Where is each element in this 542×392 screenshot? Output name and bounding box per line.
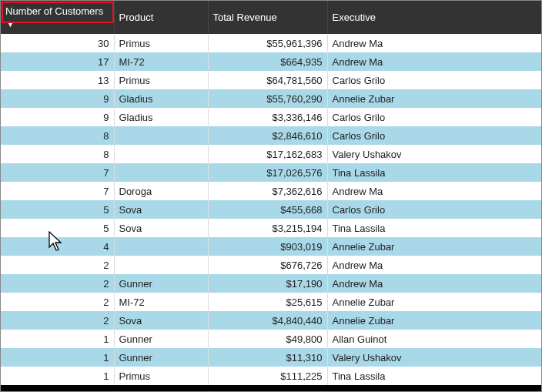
cell-product: Gladius (114, 108, 208, 126)
cell-executive: Andrew Ma (327, 182, 542, 200)
cell-product: Sova (114, 200, 208, 219)
cell-executive: Annelie Zubar (327, 293, 542, 311)
table-row[interactable]: 1Primus$111,225Tina Lassila (1, 367, 542, 385)
table-body: 30Primus$55,961,396Andrew Ma17MI-72$664,… (1, 34, 542, 385)
cell-customers: 1 (1, 367, 114, 385)
table-row[interactable]: 2Sova$4,840,440Annelie Zubar (1, 311, 542, 330)
table-row[interactable]: 1Gunner$11,310Valery Ushakov (1, 348, 542, 367)
cell-revenue: $11,310 (208, 348, 327, 367)
column-label: Total Revenue (213, 12, 277, 23)
cell-customers: 8 (1, 145, 114, 163)
cell-revenue: $49,800 (208, 330, 327, 348)
column-header-revenue[interactable]: Total Revenue (208, 1, 327, 34)
column-header-executive[interactable]: Executive (327, 1, 542, 34)
cell-revenue: $3,215,194 (208, 219, 327, 237)
cell-executive: Carlos Grilo (327, 108, 542, 126)
cell-executive: Andrew Ma (327, 52, 542, 71)
column-label: Product (119, 12, 154, 23)
table-row[interactable]: 7$17,026,576Tina Lassila (1, 163, 542, 182)
cell-customers: 5 (1, 200, 114, 219)
cell-product (114, 237, 208, 256)
cell-customers: 2 (1, 274, 114, 293)
cell-executive: Annelie Zubar (327, 237, 542, 256)
cell-executive: Annelie Zubar (327, 89, 542, 108)
cell-product: Gunner (114, 274, 208, 293)
cell-revenue: $676,726 (208, 256, 327, 274)
cell-customers: 2 (1, 311, 114, 330)
cell-revenue: $7,362,616 (208, 182, 327, 200)
cell-customers: 5 (1, 219, 114, 237)
cell-executive: Tina Lassila (327, 163, 542, 182)
table-row[interactable]: 9Gladius$3,336,146Carlos Grilo (1, 108, 542, 126)
cell-revenue: $3,336,146 (208, 108, 327, 126)
column-header-customers[interactable]: Number of Customers▼ (1, 1, 114, 34)
cell-executive: Carlos Grilo (327, 200, 542, 219)
data-table: Number of Customers▼ProductTotal Revenue… (1, 1, 542, 392)
table-row[interactable]: 2$676,726Andrew Ma (1, 256, 542, 274)
cell-product: Gladius (114, 89, 208, 108)
cell-product: Primus (114, 367, 208, 385)
cell-product: Gunner (114, 348, 208, 367)
table-row[interactable]: 1Gunner$49,800Allan Guinot (1, 330, 542, 348)
cell-product: Doroga (114, 182, 208, 200)
cell-customers: 1 (1, 330, 114, 348)
cell-customers: 2 (1, 256, 114, 274)
cell-customers: 9 (1, 108, 114, 126)
cell-revenue: $17,026,576 (208, 163, 327, 182)
cell-customers: 8 (1, 126, 114, 145)
cell-product: Sova (114, 311, 208, 330)
cell-customers: 2 (1, 293, 114, 311)
cell-customers: 7 (1, 182, 114, 200)
cell-product (114, 145, 208, 163)
cell-customers: 13 (1, 71, 114, 89)
cell-executive: Valery Ushakov (327, 145, 542, 163)
cell-executive: Annelie Zubar (327, 311, 542, 330)
header-row: Number of Customers▼ProductTotal Revenue… (1, 1, 542, 34)
table-row[interactable]: 30Primus$55,961,396Andrew Ma (1, 34, 542, 52)
totals-row: 90 $235,208,999 (1, 385, 542, 392)
totals-product (114, 385, 208, 392)
table-row[interactable]: 8$2,846,610Carlos Grilo (1, 126, 542, 145)
cell-executive: Andrew Ma (327, 274, 542, 293)
cell-product: MI-72 (114, 293, 208, 311)
table-row[interactable]: 9Gladius$55,760,290Annelie Zubar (1, 89, 542, 108)
column-label: Number of Customers (5, 5, 103, 17)
cell-revenue: $25,615 (208, 293, 327, 311)
cell-revenue: $2,846,610 (208, 126, 327, 145)
table-row[interactable]: 2Gunner$17,190Andrew Ma (1, 274, 542, 293)
totals-customers: 90 (1, 385, 114, 392)
table-row[interactable]: 17MI-72$664,935Andrew Ma (1, 52, 542, 71)
cell-executive: Carlos Grilo (327, 126, 542, 145)
table-row[interactable]: 5Sova$3,215,194Tina Lassila (1, 219, 542, 237)
cell-revenue: $55,961,396 (208, 34, 327, 52)
table-row[interactable]: 13Primus$64,781,560Carlos Grilo (1, 71, 542, 89)
sort-desc-icon: ▼ (7, 21, 14, 28)
cell-executive: Allan Guinot (327, 330, 542, 348)
table-row[interactable]: 2MI-72$25,615Annelie Zubar (1, 293, 542, 311)
cell-revenue: $64,781,560 (208, 71, 327, 89)
cell-customers: 30 (1, 34, 114, 52)
cell-product: MI-72 (114, 52, 208, 71)
column-header-product[interactable]: Product (114, 1, 208, 34)
cell-executive: Carlos Grilo (327, 71, 542, 89)
cell-product (114, 126, 208, 145)
cell-revenue: $903,019 (208, 237, 327, 256)
cell-revenue: $55,760,290 (208, 89, 327, 108)
cell-customers: 4 (1, 237, 114, 256)
cell-revenue: $664,935 (208, 52, 327, 71)
cell-revenue: $17,162,683 (208, 145, 327, 163)
cell-product: Primus (114, 34, 208, 52)
cell-executive: Tina Lassila (327, 367, 542, 385)
cell-customers: 1 (1, 348, 114, 367)
cell-revenue: $17,190 (208, 274, 327, 293)
table-row[interactable]: 8$17,162,683Valery Ushakov (1, 145, 542, 163)
table-row[interactable]: 7Doroga$7,362,616Andrew Ma (1, 182, 542, 200)
cell-revenue: $111,225 (208, 367, 327, 385)
table-row[interactable]: 4$903,019Annelie Zubar (1, 237, 542, 256)
cell-executive: Andrew Ma (327, 256, 542, 274)
cell-executive: Andrew Ma (327, 34, 542, 52)
cell-product: Sova (114, 219, 208, 237)
table-row[interactable]: 5Sova$455,668Carlos Grilo (1, 200, 542, 219)
cell-product: Primus (114, 71, 208, 89)
totals-executive (327, 385, 542, 392)
